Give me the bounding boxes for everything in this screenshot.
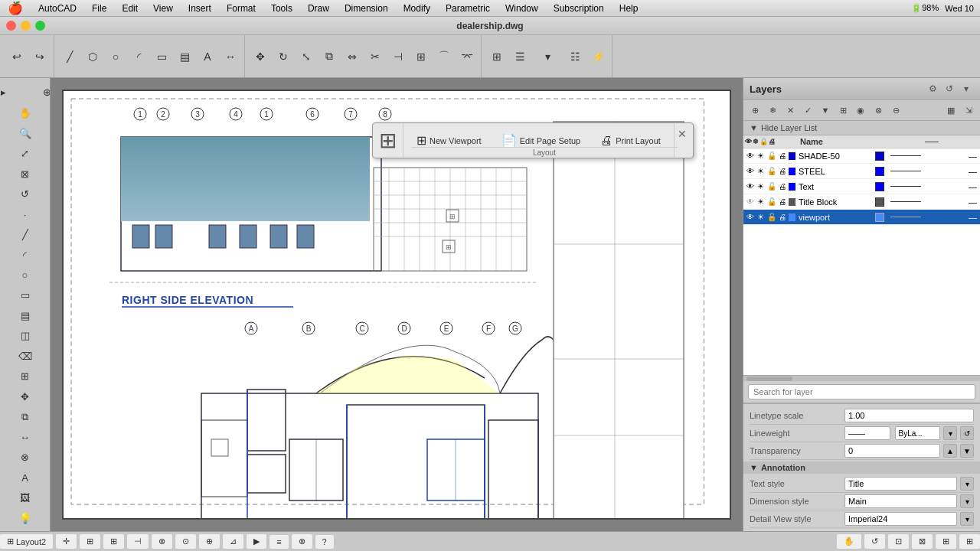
canvas-area[interactable]: ⊞ ⊞ New Viewport 📄 Edit Page Setup 🖨 Pri…: [51, 78, 743, 531]
light-button[interactable]: 💡: [4, 508, 47, 527]
menu-draw[interactable]: Draw: [300, 3, 337, 14]
dim-button[interactable]: ↔: [220, 47, 241, 67]
menu-file[interactable]: File: [84, 3, 114, 14]
layer-list-scrollbar[interactable]: [743, 375, 980, 381]
select-button[interactable]: ▸: [0, 81, 24, 103]
zoom-window-button[interactable]: ⊠: [4, 164, 47, 183]
pan-button[interactable]: ✋: [4, 103, 47, 122]
copy-button[interactable]: ⧉: [318, 47, 340, 67]
orbit-button[interactable]: ↺: [4, 184, 47, 204]
text-draw-button[interactable]: A: [4, 468, 47, 487]
layers-refresh-button[interactable]: ↺: [942, 81, 957, 96]
status-viewport-button[interactable]: ⊠: [912, 534, 933, 549]
layer-delete2-button[interactable]: ⊖: [887, 102, 904, 119]
stretch-button[interactable]: ↔: [4, 428, 47, 447]
menu-parametric[interactable]: Parametric: [438, 3, 498, 14]
layer2-button[interactable]: ☰: [509, 47, 531, 67]
layer-row-text[interactable]: 👁 ☀ 🔓 🖨 Text —: [743, 179, 980, 194]
zoom-button[interactable]: 🔍: [4, 123, 47, 142]
layer-row-viewport[interactable]: 👁 ☀ 🔓 🖨 viewport —: [743, 210, 980, 225]
menu-format[interactable]: Format: [219, 3, 263, 14]
layer-filter-button[interactable]: ▼: [817, 102, 834, 119]
layer-row-titleblock[interactable]: 👁 ☀ 🔓 🖨 Title Block —: [743, 194, 980, 210]
offset-button[interactable]: ⊞: [410, 47, 432, 67]
layers-more-button[interactable]: ▾: [959, 81, 974, 96]
layer-merge-button[interactable]: ⊗: [870, 102, 887, 119]
layer-dropdown[interactable]: ▾: [532, 47, 563, 67]
undo-button[interactable]: ↩: [6, 47, 28, 67]
insert-button[interactable]: ⊗: [4, 448, 47, 467]
text-style-value[interactable]: Title: [844, 477, 957, 491]
menu-modify[interactable]: Modify: [396, 3, 438, 14]
layer-search-input[interactable]: [748, 384, 975, 399]
lineweight-by-layer[interactable]: ByLa...: [895, 426, 941, 440]
layer-grid-view-button[interactable]: ▦: [942, 102, 959, 119]
layer-button[interactable]: ⊞: [486, 47, 508, 67]
detail-view-style-dropdown[interactable]: ▾: [960, 512, 974, 526]
menu-tools[interactable]: Tools: [263, 3, 300, 14]
menu-dimension[interactable]: Dimension: [337, 3, 396, 14]
trim-button[interactable]: ✂: [364, 47, 386, 67]
status-hand-button[interactable]: ✋: [837, 534, 861, 549]
lineweight-value[interactable]: ——: [844, 426, 890, 440]
status-qp-button[interactable]: ?: [315, 535, 334, 549]
status-extra2-button[interactable]: ⊞: [959, 534, 980, 549]
status-layout2-button[interactable]: ⊞ Layout2: [0, 534, 53, 549]
fillet-button[interactable]: ⌒: [433, 47, 455, 67]
status-viewcube-button[interactable]: ⊡: [888, 534, 909, 549]
delete-layer-button[interactable]: ✕: [782, 102, 799, 119]
status-polar-button[interactable]: ⊗: [152, 534, 172, 549]
menu-insert[interactable]: Insert: [181, 3, 219, 14]
detail-view-style-value[interactable]: Imperial24: [844, 512, 957, 526]
rect-button[interactable]: ▭: [151, 47, 172, 67]
hide-layer-list[interactable]: ▼ Hide Layer List: [743, 121, 980, 135]
match-properties-button[interactable]: ⚡: [587, 47, 609, 67]
layer-row-shade50[interactable]: 👁 ☀ 🔓 🖨 SHADE-50 —: [743, 148, 980, 164]
status-extra1-button[interactable]: ⊞: [936, 534, 956, 549]
status-orbit-button[interactable]: ↺: [864, 534, 885, 549]
status-otrack-button[interactable]: ⊕: [199, 534, 220, 549]
menu-help[interactable]: Help: [612, 3, 646, 14]
erase-button[interactable]: ⌫: [4, 347, 47, 366]
status-dyn-button[interactable]: ▶: [247, 534, 266, 549]
copy-draw-button[interactable]: ⧉: [4, 407, 47, 426]
transparency-btn2[interactable]: ▼: [960, 444, 974, 458]
extend-button[interactable]: ⊣: [387, 47, 409, 67]
point-button[interactable]: ·: [4, 204, 47, 223]
status-snap-button[interactable]: ⊞: [80, 534, 100, 549]
mirror-button[interactable]: ⇔: [341, 47, 363, 67]
status-grid-button[interactable]: ⊞: [103, 534, 124, 549]
dimension-style-dropdown[interactable]: ▾: [960, 494, 974, 508]
transparency-btn1[interactable]: ▲: [943, 444, 957, 458]
close-button[interactable]: [6, 21, 16, 31]
properties-button[interactable]: ☷: [564, 47, 586, 67]
apple-menu[interactable]: 🍎: [0, 1, 31, 15]
lineweight-dropdown-button[interactable]: ▾: [943, 426, 957, 440]
scale-button[interactable]: ⤡: [296, 47, 317, 67]
menu-subscription[interactable]: Subscription: [546, 3, 612, 14]
circle-button[interactable]: ○: [105, 47, 126, 67]
status-ducs-button[interactable]: ⊿: [223, 534, 243, 549]
layers-settings-button[interactable]: ⚙: [925, 81, 940, 96]
layer-filter2-button[interactable]: ⊞: [835, 102, 851, 119]
rect-draw-button[interactable]: ▭: [4, 285, 47, 305]
text-button[interactable]: A: [197, 47, 218, 67]
layer-row-steel[interactable]: 👁 ☀ 🔓 🖨 STEEL —: [743, 164, 980, 179]
new-layer-button[interactable]: ⊕: [746, 102, 763, 119]
menu-edit[interactable]: Edit: [114, 3, 145, 14]
arc-draw-button[interactable]: ◜: [4, 245, 47, 264]
dimension-style-value[interactable]: Main: [844, 494, 957, 508]
status-lw-button[interactable]: ≡: [270, 535, 288, 549]
transparency-value[interactable]: 0: [844, 444, 940, 458]
rotate-button[interactable]: ↻: [273, 47, 294, 67]
linetype-scale-value[interactable]: 1.00: [844, 409, 974, 422]
move-button[interactable]: ✥: [250, 47, 271, 67]
status-ortho-button[interactable]: ⊣: [127, 534, 149, 549]
hatch-button[interactable]: ▤: [174, 47, 195, 67]
status-osnap-button[interactable]: ⊙: [175, 534, 196, 549]
polyline-button[interactable]: ⬡: [82, 47, 103, 67]
status-tp-button[interactable]: ⊗: [292, 534, 312, 549]
zoom-extents-button[interactable]: ⤢: [4, 144, 47, 163]
view-button[interactable]: ⊕: [25, 81, 51, 103]
redo-button[interactable]: ↪: [29, 47, 51, 67]
